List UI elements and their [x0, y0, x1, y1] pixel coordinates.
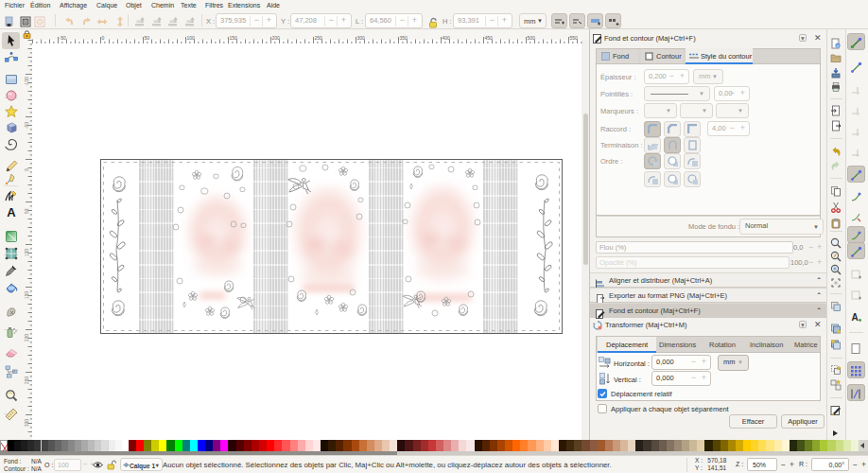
svg-text:400: 400	[443, 35, 451, 41]
svg-text:A: A	[7, 205, 16, 219]
svg-text:350: 350	[400, 35, 408, 41]
svg-text:550: 550	[570, 35, 579, 41]
svg-text:100: 100	[25, 249, 29, 256]
svg-text:200: 200	[272, 35, 281, 41]
svg-text:250: 250	[315, 35, 323, 41]
svg-text:300: 300	[25, 419, 29, 427]
svg-text:0: 0	[25, 168, 29, 171]
svg-text:150: 150	[230, 35, 238, 41]
svg-text:A: A	[851, 312, 858, 323]
svg-text:50: 50	[145, 35, 150, 41]
svg-text:o: o	[837, 43, 840, 48]
svg-text:300: 300	[357, 35, 366, 41]
svg-text:500: 500	[528, 35, 536, 41]
svg-text:50: 50	[25, 208, 29, 214]
svg-text:100: 100	[187, 35, 196, 41]
svg-text:-50: -50	[60, 35, 66, 41]
svg-text:0: 0	[102, 35, 105, 41]
svg-text:250: 250	[25, 377, 29, 384]
svg-text:200: 200	[25, 334, 29, 342]
svg-text:450: 450	[485, 35, 494, 41]
svg-text:-100: -100	[25, 77, 29, 86]
svg-text:150: 150	[25, 291, 29, 299]
svg-text:-50: -50	[25, 122, 29, 129]
